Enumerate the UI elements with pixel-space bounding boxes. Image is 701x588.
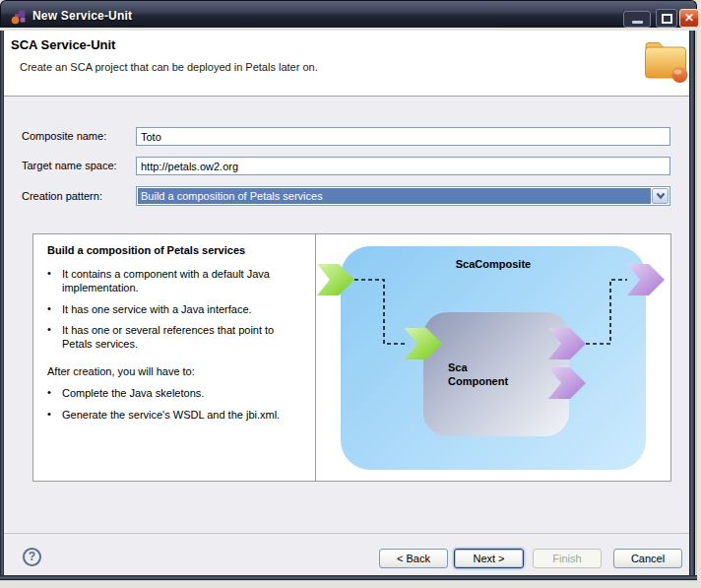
window-frame-right: [689, 31, 697, 575]
window-titlebar[interactable]: New Service-Unit ✕: [0, 0, 697, 28]
page-title: SCA Service-Unit: [11, 37, 115, 52]
finish-button[interactable]: Finish: [533, 549, 602, 568]
bullet-icon: •: [47, 302, 62, 316]
composite-name-input[interactable]: [136, 127, 670, 146]
bullet-icon: •: [47, 386, 62, 400]
footer-separator: [4, 533, 689, 534]
creation-pattern-select[interactable]: Build a composition of Petals services: [136, 186, 670, 206]
list-item: • It contains a component with a default…: [47, 267, 301, 295]
target-namespace-input[interactable]: [136, 157, 670, 175]
list-item: • Generate the service's WSDL and the jb…: [47, 408, 301, 422]
window-frame-bottom: [0, 575, 697, 581]
bullet-icon: •: [47, 408, 62, 422]
next-button[interactable]: Next >: [454, 549, 524, 568]
pattern-description-panel: Build a composition of Petals services •…: [32, 233, 316, 482]
back-button[interactable]: < Back: [379, 549, 448, 568]
close-icon: ✕: [684, 11, 694, 25]
minimize-icon: [632, 21, 643, 24]
target-namespace-label: Target name space:: [22, 160, 117, 171]
page-description: Create an SCA project that can be deploy…: [20, 61, 318, 73]
list-item: • It has one service with a Java interfa…: [47, 302, 301, 316]
chevron-down-icon: [655, 191, 667, 201]
composite-name-label: Composite name:: [22, 130, 106, 142]
bullet-icon: •: [47, 267, 62, 295]
bullet-icon: •: [47, 323, 62, 352]
list-item: • Complete the Java skeletons.: [47, 386, 301, 400]
creation-pattern-label: Creation pattern:: [22, 190, 102, 202]
minimize-button[interactable]: [623, 11, 651, 28]
help-button[interactable]: ?: [23, 548, 41, 566]
window-title: New Service-Unit: [32, 9, 132, 23]
folder-icon: [642, 36, 689, 84]
sca-component-label: Sca Component: [448, 361, 508, 389]
close-button[interactable]: ✕: [679, 9, 699, 28]
app-icon: [11, 9, 27, 25]
cancel-button[interactable]: Cancel: [613, 549, 682, 568]
after-creation-title: After creation, you will have to:: [47, 365, 301, 377]
pattern-title: Build a composition of Petals services: [47, 244, 301, 256]
creation-pattern-selected-value: Build a composition of Petals services: [138, 188, 651, 204]
sca-composite-label: ScaComposite: [341, 258, 646, 270]
dropdown-arrow-button[interactable]: [652, 188, 669, 204]
help-icon: ?: [29, 550, 35, 563]
screen: { "window": { "title": "New Service-Unit…: [0, 0, 701, 588]
maximize-icon: [662, 14, 672, 24]
maximize-button[interactable]: [656, 9, 677, 28]
list-item: • It has one or several references that …: [47, 323, 301, 352]
